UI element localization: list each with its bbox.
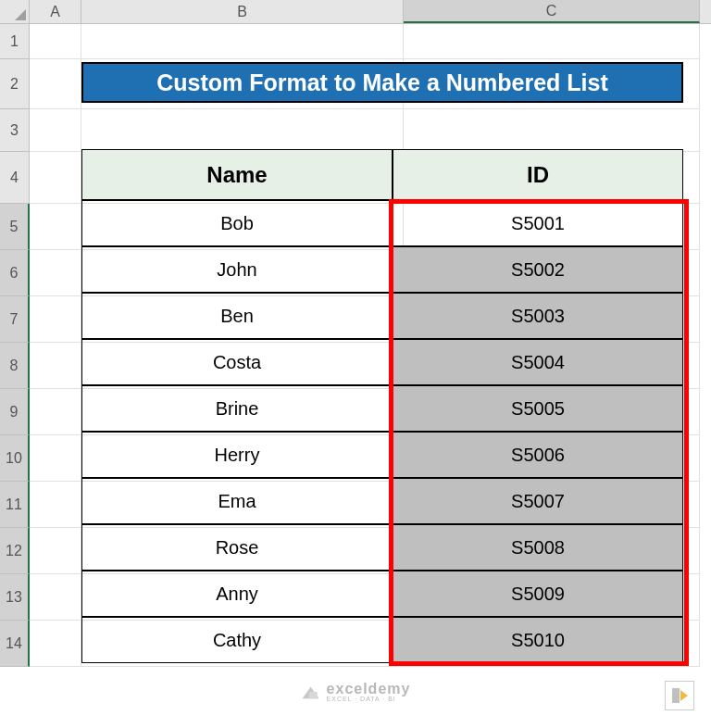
table-row: BobS5001 <box>81 200 683 246</box>
table-row: BenS5003 <box>81 293 683 339</box>
cell-name[interactable]: Cathy <box>81 617 393 663</box>
row-header-13[interactable]: 13 <box>0 574 30 621</box>
table-row: CostaS5004 <box>81 339 683 385</box>
cell-id[interactable]: S5001 <box>393 200 683 246</box>
table-row: BrineS5005 <box>81 385 683 432</box>
watermark: exceldemy EXCEL · DATA · BI <box>301 681 411 702</box>
cell-name[interactable]: Costa <box>81 339 393 385</box>
cell-name[interactable]: Bob <box>81 200 393 246</box>
table-row: EmaS5007 <box>81 478 683 524</box>
cell[interactable] <box>30 109 81 152</box>
grid-row <box>30 24 711 59</box>
cell[interactable] <box>30 574 81 621</box>
cell[interactable] <box>404 24 700 59</box>
row-header-11[interactable]: 11 <box>0 482 30 528</box>
cell[interactable] <box>30 24 81 59</box>
page-title: Custom Format to Make a Numbered List <box>81 62 683 103</box>
table-row: HerryS5006 <box>81 432 683 478</box>
row-header-1[interactable]: 1 <box>0 24 30 59</box>
cell-name[interactable]: Rose <box>81 524 393 571</box>
cell[interactable] <box>30 482 81 528</box>
cell[interactable] <box>30 435 81 482</box>
row-header-6[interactable]: 6 <box>0 250 30 296</box>
cell[interactable] <box>30 250 81 296</box>
cell[interactable] <box>30 621 81 667</box>
row-header-14[interactable]: 14 <box>0 621 30 667</box>
row-header-4[interactable]: 4 <box>0 152 30 204</box>
row-header-3[interactable]: 3 <box>0 109 30 152</box>
cell[interactable] <box>30 59 81 109</box>
cell-id[interactable]: S5009 <box>393 571 683 617</box>
cell-id[interactable]: S5002 <box>393 246 683 293</box>
svg-rect-2 <box>672 688 680 703</box>
column-headers: A B C <box>30 0 711 24</box>
cell-id[interactable]: S5004 <box>393 339 683 385</box>
row-header-9[interactable]: 9 <box>0 389 30 435</box>
table-row: RoseS5008 <box>81 524 683 571</box>
row-header-5[interactable]: 5 <box>0 204 30 250</box>
spreadsheet-area: A B C 1234567891011121314 Custom Format … <box>0 0 711 728</box>
col-header-a[interactable]: A <box>30 0 81 23</box>
row-header-10[interactable]: 10 <box>0 435 30 482</box>
quick-analysis-icon[interactable] <box>665 681 694 710</box>
watermark-brand: exceldemy <box>327 681 411 697</box>
cell-id[interactable]: S5007 <box>393 478 683 524</box>
cell-id[interactable]: S5006 <box>393 432 683 478</box>
watermark-text: exceldemy EXCEL · DATA · BI <box>327 681 411 702</box>
cell[interactable] <box>30 528 81 574</box>
cell-id[interactable]: S5005 <box>393 385 683 432</box>
table-row: CathyS5010 <box>81 617 683 663</box>
cell[interactable] <box>81 24 404 59</box>
cell-name[interactable]: Brine <box>81 385 393 432</box>
row-headers: 1234567891011121314 <box>0 24 30 667</box>
cell[interactable] <box>30 152 81 204</box>
row-header-8[interactable]: 8 <box>0 343 30 389</box>
header-name[interactable]: Name <box>81 149 393 200</box>
cell-name[interactable]: Herry <box>81 432 393 478</box>
cell-name[interactable]: Anny <box>81 571 393 617</box>
row-header-2[interactable]: 2 <box>0 59 30 109</box>
row-header-12[interactable]: 12 <box>0 528 30 574</box>
cell[interactable] <box>30 389 81 435</box>
col-header-b[interactable]: B <box>81 0 404 23</box>
cell-name[interactable]: Ben <box>81 293 393 339</box>
watermark-logo-icon <box>301 684 321 700</box>
table-row: JohnS5002 <box>81 246 683 293</box>
cell-name[interactable]: John <box>81 246 393 293</box>
cell[interactable] <box>30 296 81 343</box>
cell-id[interactable]: S5010 <box>393 617 683 663</box>
table-row: AnnyS5009 <box>81 571 683 617</box>
col-header-c[interactable]: C <box>404 0 700 23</box>
grid-row <box>30 109 711 152</box>
cell[interactable] <box>30 204 81 250</box>
data-table: Name ID BobS5001JohnS5002BenS5003CostaS5… <box>81 149 683 663</box>
cell-name[interactable]: Ema <box>81 478 393 524</box>
svg-rect-1 <box>309 692 318 698</box>
select-all-corner[interactable] <box>0 0 30 24</box>
cell[interactable] <box>404 109 700 152</box>
row-header-7[interactable]: 7 <box>0 296 30 343</box>
table-header-row: Name ID <box>81 149 683 200</box>
cell[interactable] <box>81 109 404 152</box>
cell-id[interactable]: S5003 <box>393 293 683 339</box>
watermark-sub: EXCEL · DATA · BI <box>327 696 411 702</box>
header-id[interactable]: ID <box>393 149 683 200</box>
cell-id[interactable]: S5008 <box>393 524 683 571</box>
svg-marker-3 <box>680 690 688 701</box>
cell[interactable] <box>30 343 81 389</box>
